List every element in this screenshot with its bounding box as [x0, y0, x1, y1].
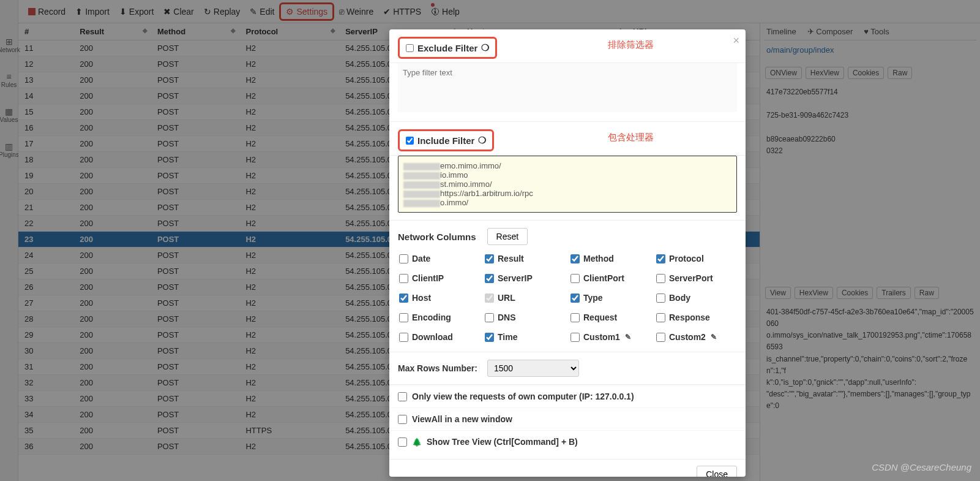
exclude-annotation: 排除筛选器: [608, 39, 654, 51]
network-columns-title: Network Columns: [398, 232, 476, 242]
col-toggle-clientport[interactable]: ClientPort: [570, 273, 650, 283]
col-checkbox-encoding[interactable]: [399, 313, 408, 322]
opt-own-computer[interactable]: Only view the requests of own computer (…: [389, 385, 746, 407]
include-filter-textarea[interactable]: emo.mimo.immo/io.immost.mimo.immo/https:…: [398, 156, 737, 213]
col-toggle-clientip[interactable]: ClientIP: [399, 273, 479, 283]
col-toggle-result[interactable]: Result: [485, 254, 564, 263]
col-checkbox-type[interactable]: [570, 294, 580, 303]
col-toggle-custom2[interactable]: Custom2 ✎: [656, 332, 736, 342]
settings-modal: × Exclude Filter ❍ 排除筛选器 Include Filter …: [389, 29, 746, 477]
col-toggle-time[interactable]: Time: [485, 332, 564, 342]
opt-viewall-checkbox[interactable]: [398, 415, 407, 424]
col-toggle-date[interactable]: Date: [399, 254, 479, 263]
col-checkbox-custom2[interactable]: [656, 333, 665, 342]
col-checkbox-method[interactable]: [570, 254, 580, 263]
col-checkbox-clientport[interactable]: [570, 274, 580, 283]
help-circle-icon[interactable]: ❍: [478, 135, 486, 146]
col-checkbox-download[interactable]: [399, 333, 408, 342]
col-toggle-serverport[interactable]: ServerPort: [656, 273, 736, 283]
opt-treeview[interactable]: 🌲Show Tree View (Ctrl[Command] + B): [389, 430, 746, 453]
col-toggle-custom1[interactable]: Custom1 ✎: [570, 332, 650, 342]
col-checkbox-host[interactable]: [399, 294, 408, 303]
col-toggle-response[interactable]: Response: [656, 312, 736, 322]
col-checkbox-dns[interactable]: [485, 313, 494, 322]
col-checkbox-clientip[interactable]: [399, 274, 408, 283]
col-checkbox-body[interactable]: [656, 294, 665, 303]
col-toggle-request[interactable]: Request: [570, 312, 650, 322]
col-toggle-download[interactable]: Download: [399, 332, 479, 342]
exclude-filter-textarea[interactable]: [398, 63, 737, 112]
opt-treeview-checkbox[interactable]: [398, 437, 407, 447]
col-toggle-url[interactable]: URL: [485, 293, 564, 303]
col-checkbox-request[interactable]: [570, 313, 580, 322]
opt-own-checkbox[interactable]: [398, 392, 407, 401]
col-toggle-host[interactable]: Host: [399, 293, 479, 303]
col-toggle-dns[interactable]: DNS: [485, 312, 564, 322]
reset-button[interactable]: Reset: [487, 228, 528, 245]
edit-icon[interactable]: ✎: [625, 333, 631, 341]
col-checkbox-response[interactable]: [656, 313, 665, 322]
col-checkbox-protocol[interactable]: [656, 254, 665, 263]
tree-icon: 🌲: [412, 437, 422, 447]
edit-icon[interactable]: ✎: [711, 333, 717, 341]
col-checkbox-serverip[interactable]: [485, 274, 494, 283]
col-checkbox-date[interactable]: [399, 254, 408, 263]
help-circle-icon[interactable]: ❍: [481, 42, 489, 53]
close-icon[interactable]: ×: [733, 34, 739, 47]
col-toggle-protocol[interactable]: Protocol: [656, 254, 736, 263]
include-filter-label: Include Filter: [417, 135, 474, 146]
maxrows-label: Max Rows Number:: [398, 363, 477, 373]
col-toggle-type[interactable]: Type: [570, 293, 650, 303]
exclude-filter-checkbox[interactable]: [406, 44, 414, 52]
col-checkbox-url[interactable]: [485, 294, 494, 303]
include-filter-checkbox[interactable]: [406, 137, 414, 145]
exclude-filter-header: Exclude Filter ❍: [398, 37, 497, 59]
col-checkbox-custom1[interactable]: [570, 333, 580, 342]
opt-viewall[interactable]: ViewAll in a new window: [389, 407, 746, 430]
include-annotation: 包含处理器: [608, 132, 654, 143]
col-toggle-serverip[interactable]: ServerIP: [485, 273, 564, 283]
col-toggle-body[interactable]: Body: [656, 293, 736, 303]
exclude-filter-label: Exclude Filter: [417, 43, 477, 53]
col-checkbox-time[interactable]: [485, 333, 494, 342]
close-button[interactable]: Close: [697, 466, 737, 477]
col-checkbox-result[interactable]: [485, 254, 494, 263]
maxrows-select[interactable]: 1500: [487, 360, 579, 377]
col-toggle-method[interactable]: Method: [570, 254, 650, 263]
col-toggle-encoding[interactable]: Encoding: [399, 312, 479, 322]
col-checkbox-serverport[interactable]: [656, 274, 665, 283]
include-filter-header: Include Filter ❍: [398, 129, 494, 151]
